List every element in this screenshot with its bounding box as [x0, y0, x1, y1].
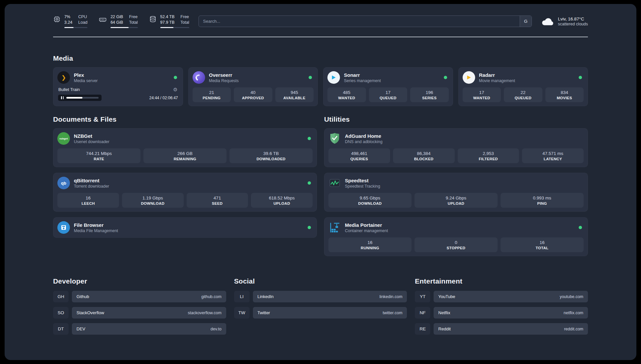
bookmark-dev[interactable]: DT DEV dev.to	[53, 323, 226, 335]
service-card-sonarr[interactable]: Sonarr Series management 485 WANTED 17 Q…	[323, 67, 453, 106]
bookmark-url: github.com	[201, 294, 222, 299]
search-engine-button[interactable]: G	[520, 16, 532, 27]
stat-label: QUEUED	[505, 96, 541, 100]
service-card-nzbget[interactable]: nzbget NZBGet Usenet downloader 744.21 M…	[53, 128, 317, 167]
speedtest-icon	[328, 177, 341, 189]
cpu-load-value: 3.24	[64, 20, 72, 25]
filebrowser-icon	[57, 221, 70, 234]
stat-movies: 834 MOVIES	[545, 87, 584, 102]
service-title: Plex	[74, 72, 98, 78]
service-card-radarr[interactable]: Radarr Movie management 17 WANTED 22 QUE…	[458, 67, 588, 106]
disk-icon	[149, 15, 157, 23]
bookmark-name: Github	[76, 294, 89, 299]
disk-progress-fill	[160, 27, 173, 28]
disk-label-bottom: Total	[180, 20, 189, 25]
service-card-qbittorrent[interactable]: qb qBittorrent Torrent downloader 16 LEE…	[53, 173, 317, 212]
cpu-progress-fill	[64, 27, 74, 28]
bookmark-linkedin[interactable]: LI LinkedIn linkedin.com	[234, 291, 407, 302]
stat-label: DOWNLOAD	[123, 201, 182, 205]
nzbget-icon-text: nzbget	[59, 137, 68, 140]
qbittorrent-icon-text: qb	[61, 181, 66, 186]
search-input[interactable]	[198, 15, 532, 27]
stat-label: RUNNING	[330, 246, 410, 250]
disk-label-top: Free	[180, 15, 189, 20]
stat-value: 266 GB	[145, 151, 225, 156]
bookmark-twitter[interactable]: TW Twitter twitter.com	[234, 307, 407, 318]
pause-icon[interactable]	[61, 96, 64, 99]
stat-wanted: 17 WANTED	[463, 87, 501, 102]
stat-latency: 47.571 ms LATENCY	[522, 148, 584, 163]
disk-free-value: 52.4 TB	[160, 15, 175, 20]
stat-series: 196 SERIES	[410, 87, 449, 102]
now-playing-row: Bullet Train ⚙	[57, 87, 179, 92]
stat-value: 834	[547, 90, 583, 95]
status-dot	[579, 226, 582, 229]
stat-download: 9.65 Gbps DOWNLOAD	[328, 193, 412, 208]
section-title-utilities: Utilities	[324, 115, 588, 123]
dashboard: 7% CPU 3.24 Load 22 GiB Free 6	[5, 4, 636, 360]
plex-icon: ❯	[57, 71, 70, 84]
cpu-metric: 7% CPU 3.24 Load	[53, 15, 87, 28]
bookmark-url: twitter.com	[383, 311, 403, 315]
status-dot	[309, 76, 312, 79]
cpu-usage-value: 7%	[64, 15, 72, 20]
stat-value: 9.65 Gbps	[330, 196, 410, 200]
stat-pending: 21 PENDING	[193, 87, 231, 102]
service-subtitle: Usenet downloader	[74, 139, 109, 144]
service-card-speedtest[interactable]: Speedtest Speedtest Tracking 9.65 Gbps D…	[324, 173, 588, 212]
stat-label: WANTED	[329, 96, 365, 100]
stat-value: 945	[277, 90, 313, 95]
stat-label: APPROVED	[235, 96, 271, 100]
disk-total-value: 97.9 TB	[160, 20, 175, 25]
stat-value: 471	[188, 196, 247, 200]
stat-label: AVAILABLE	[277, 96, 313, 100]
weather-widget[interactable]: Lviv, 16.87°C scattered clouds	[541, 16, 588, 26]
bookmark-group-title: Social	[234, 277, 407, 285]
gear-icon[interactable]: ⚙	[173, 87, 177, 92]
bookmark-abbr: DT	[53, 323, 69, 335]
stat-label: RATE	[59, 157, 139, 161]
stat-queued: 17 QUEUED	[369, 87, 408, 102]
stat-ping: 0.993 ms PING	[501, 193, 584, 208]
service-card-plex[interactable]: ❯ Plex Media server Bullet Train ⚙	[53, 67, 183, 106]
portainer-icon	[328, 221, 341, 234]
section-title-documents: Documents & Files	[53, 115, 317, 123]
screenshot-frame: 7% CPU 3.24 Load 22 GiB Free 6	[0, 0, 641, 364]
bookmark-stackoverflow[interactable]: SO StackOverflow stackoverflow.com	[53, 307, 226, 318]
bookmark-github[interactable]: GH Github github.com	[53, 291, 226, 302]
service-card-overseerr[interactable]: Overseerr Media Requests 21 PENDING 40 A…	[188, 67, 318, 106]
stat-label: MOVIES	[547, 96, 583, 100]
stat-available: 945 AVAILABLE	[275, 87, 314, 102]
bookmark-abbr: GH	[53, 291, 69, 302]
nzbget-icon: nzbget	[57, 132, 70, 145]
stat-value: 16	[330, 240, 410, 245]
service-subtitle: Speedtest Tracking	[345, 184, 380, 189]
stat-value: 1.19 Gbps	[123, 196, 182, 200]
bookmark-youtube[interactable]: YT YouTube youtube.com	[415, 291, 588, 302]
stat-queued: 22 QUEUED	[504, 87, 542, 102]
section-documents: Documents & Files nzbget NZBGet Usenet d…	[53, 115, 317, 238]
stat-label: STOPPED	[416, 246, 496, 250]
cpu-icon	[53, 15, 61, 23]
player-row: 24:44 / 02:06:47	[57, 95, 179, 101]
bookmark-abbr: TW	[234, 307, 250, 318]
bookmark-abbr: SO	[53, 307, 69, 318]
ram-label-bottom: Total	[129, 20, 137, 25]
stat-approved: 40 APPROVED	[234, 87, 272, 102]
status-dot	[174, 76, 177, 79]
stat-value: 744.21 Mbps	[59, 151, 139, 156]
stat-downloaded: 39.6 TB DOWNLOADED	[229, 148, 313, 163]
bookmark-netflix[interactable]: NF Netflix netflix.com	[415, 307, 588, 318]
bookmark-url: netflix.com	[564, 311, 583, 315]
ram-progress-bar	[110, 27, 138, 28]
bookmark-reddit[interactable]: RE Reddit reddit.com	[415, 323, 588, 335]
service-card-portainer[interactable]: Media Portainer Container management 16 …	[324, 217, 588, 256]
ram-free-value: 22 GiB	[110, 15, 123, 20]
radarr-icon	[463, 71, 475, 84]
service-card-filebrowser[interactable]: File Browser Media File Management	[53, 217, 317, 238]
player-controls[interactable]	[58, 95, 102, 101]
service-card-adguard[interactable]: AdGuard Home DNS and adblocking 498,461 …	[324, 128, 588, 167]
bookmark-name: YouTube	[438, 294, 455, 299]
playback-progress-fill	[66, 97, 82, 99]
stat-queries: 498,461 QUERIES	[328, 148, 390, 163]
